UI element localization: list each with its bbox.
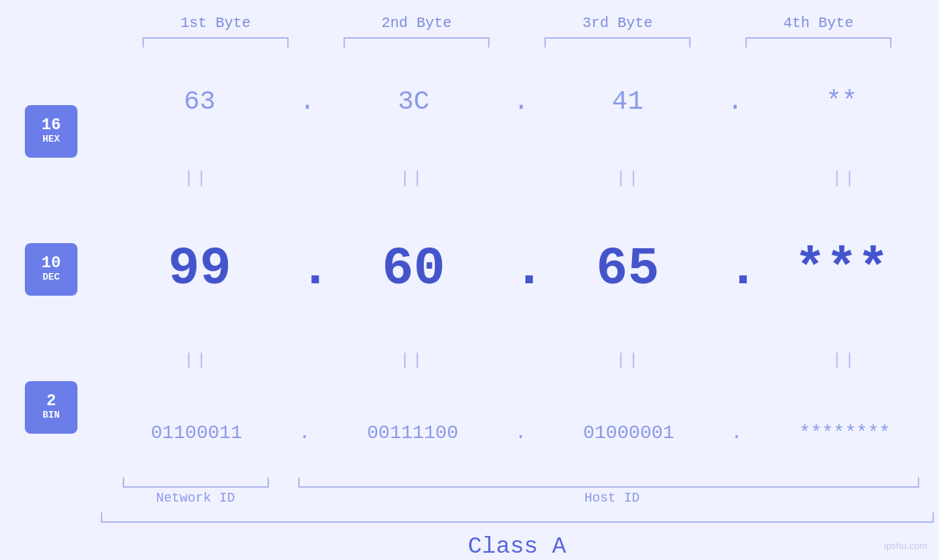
eq2-3: ||	[541, 351, 716, 369]
eq1-2: ||	[325, 169, 501, 188]
byte1-header: 1st Byte	[128, 15, 303, 31]
octets-grid: 63 . 3C . 41 . ** || ||	[102, 62, 939, 476]
bin-oct3: 01000001	[541, 422, 716, 444]
bin-dot1: .	[297, 422, 312, 444]
full-bottom-bracket	[101, 513, 934, 523]
host-id-label: Host ID	[291, 491, 934, 505]
eq2-4: ||	[757, 351, 932, 369]
host-bottom-bracket	[298, 477, 919, 488]
bin-row: 01100011 . 00111100 . 01000001 . *******…	[102, 422, 939, 444]
hex-dot2: .	[513, 87, 528, 117]
hex-oct3: 41	[540, 87, 715, 117]
hex-dot3: .	[727, 87, 742, 117]
watermark: ipshu.com	[884, 540, 927, 551]
network-bottom-bracket	[123, 477, 269, 488]
byte3-header: 3rd Byte	[530, 15, 705, 31]
byte4-header: 4th Byte	[731, 15, 906, 31]
eq2-2: ||	[325, 351, 501, 369]
bin-oct4: ********	[757, 422, 932, 444]
dec-badge: 10 DEC	[25, 243, 77, 296]
hex-badge: 16 HEX	[25, 105, 77, 158]
dec-oct2: 60	[326, 239, 501, 299]
dec-oct3: 65	[540, 239, 715, 299]
bracket-byte4	[745, 37, 892, 47]
badges-column: 16 HEX 10 DEC 2 BIN	[0, 62, 102, 476]
eq1-4: ||	[757, 169, 932, 188]
dec-dot3: .	[727, 239, 742, 299]
bin-dot2: .	[513, 422, 528, 444]
bin-oct1: 01100011	[109, 422, 284, 444]
hex-dot1: .	[300, 87, 314, 117]
hex-row: 63 . 3C . 41 . **	[102, 87, 939, 117]
bottom-brackets-row	[101, 477, 934, 488]
bracket-byte3	[544, 37, 691, 47]
equals-row-1: || || || ||	[102, 167, 939, 189]
dec-dot1: .	[300, 239, 314, 299]
eq1-1: ||	[109, 169, 284, 188]
hex-oct1: 63	[112, 87, 287, 117]
hex-oct4: **	[754, 87, 930, 117]
hex-oct2: 3C	[326, 87, 501, 117]
bracket-byte1	[142, 37, 289, 47]
bracket-byte2	[343, 37, 490, 47]
dec-row: 99 . 60 . 65 . ***	[102, 239, 939, 299]
equals-row-2: || || || ||	[102, 350, 939, 372]
network-host-labels: Network ID Host ID	[101, 491, 934, 505]
bin-dot3: .	[729, 422, 744, 444]
bin-oct2: 00111100	[325, 422, 501, 444]
dec-oct1: 99	[112, 239, 287, 299]
top-brackets	[115, 37, 919, 47]
class-label: Class A	[101, 533, 934, 560]
eq2-1: ||	[109, 351, 284, 369]
bin-badge: 2 BIN	[25, 381, 77, 434]
main-container: 1st Byte 2nd Byte 3rd Byte 4th Byte 16 H…	[0, 0, 939, 560]
bottom-section: Network ID Host ID Class A	[101, 477, 934, 560]
byte2-header: 2nd Byte	[329, 15, 504, 31]
dec-dot2: .	[513, 239, 528, 299]
eq1-3: ||	[541, 169, 716, 188]
network-id-label: Network ID	[101, 491, 291, 505]
dec-oct4: ***	[754, 239, 930, 299]
byte-headers: 1st Byte 2nd Byte 3rd Byte 4th Byte	[115, 15, 919, 31]
